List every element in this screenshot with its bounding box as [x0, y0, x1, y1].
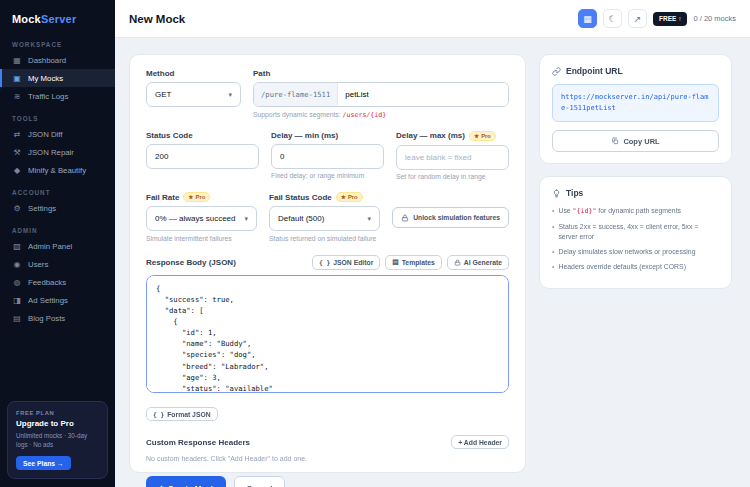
status-code-label: Status Code: [146, 131, 259, 140]
delay-max-input[interactable]: [396, 145, 509, 170]
traffic-icon: ≋: [12, 92, 22, 101]
chevron-down-icon: ▾: [368, 215, 372, 223]
ai-generate-button[interactable]: AI Generate: [447, 255, 509, 270]
sidebar-item-json-diff[interactable]: ⇄ JSON Diff: [0, 125, 115, 143]
path-label: Path: [253, 69, 509, 78]
star-icon: ★: [341, 194, 346, 200]
star-icon: ★: [474, 133, 479, 139]
fail-status-hint: Status returned on simulated failure: [269, 235, 380, 242]
tips-card: Tips •Use "{id}" for dynamic path segmen…: [539, 176, 732, 288]
pro-badge: ★Pro: [183, 192, 210, 202]
chevron-down-icon: ▾: [228, 91, 232, 99]
pro-badge: ★Pro: [336, 192, 363, 202]
delay-max-hint: Set for random delay in range: [396, 173, 509, 180]
delay-max-label: Delay — max (ms) ★Pro: [396, 131, 509, 141]
path-input[interactable]: [338, 83, 508, 106]
fail-rate-label: Fail Rate ★Pro: [146, 192, 257, 202]
format-json-button[interactable]: { }Format JSON: [146, 407, 218, 421]
sidebar-item-admin-panel[interactable]: ▧ Admin Panel: [0, 237, 115, 255]
blog-icon: ▤: [12, 314, 22, 323]
app-logo[interactable]: MockServer: [0, 0, 115, 31]
ads-icon: ◨: [12, 296, 22, 305]
section-title-admin: ADMIN: [0, 217, 115, 237]
path-hint-code: /users/{id}: [343, 111, 387, 119]
fail-status-select[interactable]: Default (500) ▾: [269, 206, 380, 231]
section-title-account: ACCOUNT: [0, 179, 115, 199]
tip-item: •Headers override defaults (except CORS): [552, 262, 719, 272]
tip-code: "{id}": [573, 207, 597, 215]
path-hint: Supports dynamic segments: /users/{id}: [253, 111, 509, 119]
delay-min-label: Delay — min (ms): [271, 131, 384, 140]
dashboard-icon: ▦: [12, 56, 22, 65]
status-code-input[interactable]: [146, 144, 259, 169]
mocks-icon: ▣: [12, 74, 22, 83]
right-column: Endpoint URL https://mockserver.in/api/p…: [539, 54, 732, 473]
cancel-button[interactable]: Cancel: [234, 476, 284, 487]
topbar-actions: ▦ ☾ ↗ FREE ↑ 0 / 20 mocks: [578, 9, 736, 28]
sidebar-item-label: Users: [28, 260, 48, 269]
sidebar-item-traffic-logs[interactable]: ≋ Traffic Logs: [0, 87, 115, 105]
free-plan-badge[interactable]: FREE ↑: [653, 12, 687, 26]
sidebar-item-my-mocks[interactable]: ▣ My Mocks: [0, 69, 115, 87]
external-link-icon[interactable]: ↗: [628, 9, 647, 28]
plan-badge: FREE PLAN: [16, 410, 99, 416]
sidebar-item-label: JSON Repair: [28, 148, 74, 157]
lightbulb-icon: [552, 189, 561, 198]
sidebar-item-ad-settings[interactable]: ◨ Ad Settings: [0, 291, 115, 309]
create-mock-button[interactable]: ✓Create Mock: [146, 476, 226, 487]
custom-headers-label: Custom Response Headers: [146, 438, 250, 447]
grid-icon[interactable]: ▦: [578, 9, 597, 28]
sidebar-item-blog-posts[interactable]: ▤ Blog Posts: [0, 309, 115, 327]
tips-title: Tips: [552, 188, 719, 198]
link-icon: [552, 67, 561, 76]
lock-icon: [401, 214, 409, 222]
chevron-down-icon: ▾: [245, 215, 249, 223]
sidebar-item-label: Blog Posts: [28, 314, 65, 323]
fail-rate-select[interactable]: 0% — always succeed ▾: [146, 206, 257, 231]
braces-icon: { }: [319, 259, 330, 266]
app-window: MockServer WORKSPACE ▦ Dashboard ▣ My Mo…: [0, 0, 750, 487]
logo-text-mock: Mock: [12, 13, 41, 25]
sidebar-item-dashboard[interactable]: ▦ Dashboard: [0, 51, 115, 69]
no-headers-note: No custom headers. Click "Add Header" to…: [146, 455, 509, 462]
templates-button[interactable]: ▤Templates: [385, 255, 442, 270]
star-icon: ★: [188, 194, 193, 200]
beautify-icon: ◆: [12, 166, 22, 175]
sidebar-item-label: My Mocks: [28, 74, 63, 83]
sidebar-item-label: Traffic Logs: [28, 92, 68, 101]
logo-text-server: Server: [41, 13, 76, 25]
fail-status-label: Fail Status Code ★Pro: [269, 192, 380, 202]
method-select[interactable]: GET ▾: [146, 82, 241, 107]
see-plans-button[interactable]: See Plans →: [16, 456, 71, 470]
moon-icon[interactable]: ☾: [603, 9, 622, 28]
add-header-button[interactable]: + Add Header: [451, 435, 509, 449]
sidebar-item-settings[interactable]: ⚙ Settings: [0, 199, 115, 217]
new-mock-form: Method GET ▾ Path /pure-flame-1511 Suppo…: [129, 54, 526, 473]
template-icon: ▤: [392, 258, 398, 266]
content-area: Method GET ▾ Path /pure-flame-1511 Suppo…: [115, 38, 750, 487]
copy-icon: [611, 137, 619, 145]
json-editor-button[interactable]: { }JSON Editor: [312, 255, 380, 270]
sidebar-item-label: Settings: [28, 204, 56, 213]
sidebar-item-feedbacks[interactable]: ◍ Feedbacks: [0, 273, 115, 291]
delay-min-input[interactable]: [271, 144, 384, 169]
top-bar: New Mock ▦ ☾ ↗ FREE ↑ 0 / 20 mocks: [115, 0, 750, 38]
copy-url-button[interactable]: Copy URL: [552, 130, 719, 152]
endpoint-url-value[interactable]: https://mockserver.in/api/pure-flame-151…: [552, 84, 719, 122]
method-value: GET: [155, 90, 171, 99]
tip-item: •Status 2xx = success, 4xx = client erro…: [552, 222, 719, 243]
section-title-tools: TOOLS: [0, 105, 115, 125]
pro-badge: ★Pro: [469, 131, 496, 141]
unlock-simulation-button[interactable]: Unlock simulation features: [392, 207, 509, 228]
sidebar-item-minify-beautify[interactable]: ◆ Minify & Beautify: [0, 161, 115, 179]
sidebar-item-label: Minify & Beautify: [28, 166, 86, 175]
check-icon: ✓: [157, 484, 164, 487]
tips-list: •Use "{id}" for dynamic path segments •S…: [552, 206, 719, 272]
sidebar-item-label: Ad Settings: [28, 296, 68, 305]
response-body-textarea[interactable]: { "success": true, "data": [ { "id": 1, …: [146, 275, 509, 393]
sidebar-item-json-repair[interactable]: ⚒ JSON Repair: [0, 143, 115, 161]
plan-description: Unlimited mocks · 30-day logs · No ads: [16, 431, 99, 451]
sidebar-item-users[interactable]: ◉ Users: [0, 255, 115, 273]
response-body-actions: { }JSON Editor ▤Templates AI Generate: [312, 255, 509, 270]
sidebar: MockServer WORKSPACE ▦ Dashboard ▣ My Mo…: [0, 0, 115, 487]
